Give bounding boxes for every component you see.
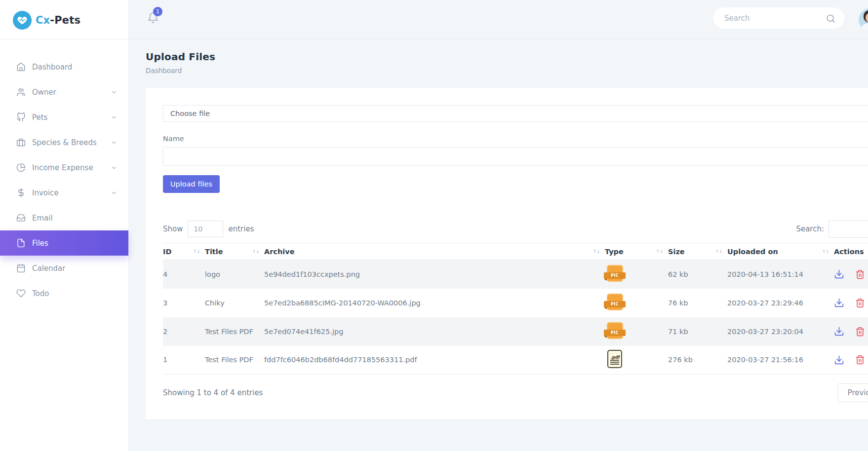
cell-uploaded-on: 2020-03-27 21:56:16 [727, 346, 834, 375]
chevron-down-icon [111, 189, 118, 196]
file-icon [16, 238, 26, 248]
cell-type: PIC [605, 289, 668, 317]
cell-type: .pdf [605, 346, 668, 375]
cell-actions [834, 317, 868, 346]
sidebar-item-email[interactable]: Email [0, 205, 128, 230]
chevron-down-icon [111, 114, 118, 121]
table-row: 4 logo 5e94ded1f103ccxpets.png PIC 62 kb… [163, 260, 868, 289]
name-input[interactable] [163, 147, 868, 166]
pie-chart-icon [16, 163, 26, 172]
cell-size: 62 kb [668, 260, 727, 289]
table-footer: Showing 1 to 4 of 4 entries Previous [163, 383, 868, 402]
download-icon[interactable] [834, 298, 844, 308]
pic-file-icon: PIC [607, 265, 623, 282]
sidebar-item-income-expense[interactable]: Income Expense [0, 155, 128, 180]
name-field-label: Name [163, 135, 868, 143]
sidebar-item-calendar[interactable]: Calendar [0, 256, 128, 281]
chevron-down-icon [111, 89, 118, 96]
home-icon [16, 62, 26, 72]
column-header-title[interactable]: Title↑↓ [205, 243, 264, 260]
user-avatar[interactable] [859, 8, 868, 31]
heart-pulse-logo-icon [13, 11, 32, 30]
sidebar-item-label: Invoice [32, 188, 111, 197]
users-icon [16, 87, 26, 97]
sidebar-nav: Dashboard Owner Pets Species & Breeds In… [0, 54, 128, 306]
cell-uploaded-on: 2020-03-27 23:29:46 [727, 289, 834, 317]
cell-uploaded-on: 2020-03-27 23:20:04 [727, 317, 834, 346]
cell-uploaded-on: 2020-04-13 16:51:14 [727, 260, 834, 289]
heart-icon [16, 289, 26, 298]
column-header-type[interactable]: Type↑↓ [605, 243, 668, 260]
upload-files-card: Choose file Name Upload files Show 10 en… [146, 88, 868, 419]
sidebar-item-label: Dashboard [32, 63, 118, 72]
show-label: Show [163, 225, 183, 233]
column-header-id[interactable]: ID↑↓ [163, 243, 205, 260]
cell-actions [834, 260, 868, 289]
cell-id: 3 [163, 289, 205, 317]
cell-id: 1 [163, 346, 205, 375]
cell-size: 276 kb [668, 346, 727, 375]
trash-icon[interactable] [855, 269, 865, 279]
sidebar-item-todo[interactable]: Todo [0, 281, 128, 306]
table-search-label: Search: [796, 225, 824, 233]
sort-icon: ↑↓ [592, 249, 600, 254]
dollar-icon [16, 188, 26, 197]
table-row: 3 Chiky 5e7ed2ba6885cIMG-20140720-WA0006… [163, 289, 868, 317]
sidebar-item-dashboard[interactable]: Dashboard [0, 54, 128, 79]
sidebar-item-label: Owner [32, 88, 111, 97]
sidebar-item-files[interactable]: Files [0, 230, 128, 256]
breadcrumb[interactable]: Dashboard [146, 67, 868, 75]
column-header-size[interactable]: Size↑↓ [668, 243, 727, 260]
column-header-actions[interactable]: Actions↑↓ [834, 243, 868, 260]
sidebar-item-label: Todo [32, 289, 118, 298]
briefcase-icon [16, 138, 26, 147]
sort-icon: ↑↓ [252, 249, 259, 254]
inbox-icon [16, 213, 26, 223]
cell-title: Test Files PDF [205, 346, 264, 375]
download-icon[interactable] [834, 326, 844, 337]
page-title: Upload Files [146, 51, 868, 63]
trash-icon[interactable] [855, 327, 865, 337]
calendar-icon [16, 263, 26, 273]
global-search [713, 7, 844, 29]
sort-icon: ↑↓ [822, 249, 829, 254]
cell-archive: fdd7fc6046b2db68fd4dd77185563311.pdf [264, 346, 605, 375]
table-search-input[interactable] [829, 220, 868, 238]
column-header-archive[interactable]: Archive↑↓ [264, 243, 605, 260]
entries-select[interactable]: 10 [188, 221, 223, 237]
previous-page-button[interactable]: Previous [838, 383, 868, 402]
sidebar-item-invoice[interactable]: Invoice [0, 180, 128, 205]
search-icon[interactable] [826, 14, 835, 23]
notifications-button[interactable]: 1 [147, 12, 164, 29]
trash-icon[interactable] [855, 298, 865, 308]
table-row: 1 Test Files PDF fdd7fc6046b2db68fd4dd77… [163, 346, 868, 375]
global-search-input[interactable] [724, 14, 826, 23]
sidebar-item-pets[interactable]: Pets [0, 105, 128, 130]
sidebar-item-label: Email [32, 214, 118, 223]
sidebar-item-owner[interactable]: Owner [0, 79, 128, 105]
brand-logo[interactable]: Cx-Pets [0, 0, 128, 30]
column-header-uploaded-on[interactable]: Uploaded on↑↓ [727, 243, 834, 260]
chevron-down-icon [111, 139, 118, 146]
sidebar-item-label: Species & Breeds [32, 138, 111, 147]
upload-files-button[interactable]: Upload files [163, 175, 220, 193]
files-table: ID↑↓ Title↑↓ Archive↑↓ Type↑↓ Size↑↓ Upl… [163, 243, 868, 375]
sort-icon: ↑↓ [193, 249, 200, 254]
brand-name: Cx-Pets [36, 14, 80, 26]
sidebar-item-species-breeds[interactable]: Species & Breeds [0, 130, 128, 155]
cell-actions [834, 346, 868, 375]
cell-title: Chiky [205, 289, 264, 317]
pic-file-icon: PIC [607, 294, 623, 310]
table-header-row: ID↑↓ Title↑↓ Archive↑↓ Type↑↓ Size↑↓ Upl… [163, 243, 868, 260]
cell-id: 4 [163, 260, 205, 289]
sidebar-item-label: Calendar [32, 264, 118, 273]
trash-icon[interactable] [855, 355, 865, 365]
cell-title: Test Files PDF [205, 317, 264, 346]
choose-file-input[interactable]: Choose file [163, 105, 868, 122]
table-row: 2 Test Files PDF 5e7ed074e41f625.jpg PIC… [163, 317, 868, 346]
chevron-down-icon [111, 164, 118, 171]
download-icon[interactable] [834, 355, 844, 365]
main-content: Upload Files Dashboard Choose file Name … [128, 40, 868, 75]
sidebar-item-label: Pets [32, 113, 111, 122]
download-icon[interactable] [834, 269, 844, 279]
